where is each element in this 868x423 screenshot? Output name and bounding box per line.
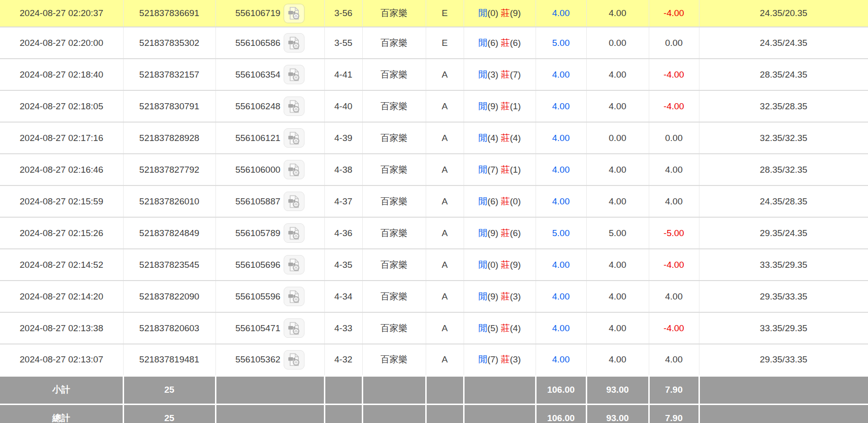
video-replay-icon[interactable]: [284, 128, 304, 148]
banker-score: (6): [510, 228, 521, 238]
table-row[interactable]: 2024-08-27 02:20:37521837836691556106719…: [0, 0, 868, 27]
total-valid-total: 93.00: [586, 404, 649, 423]
time-cell: 2024-08-27 02:16:46: [0, 154, 123, 185]
total-empty-cell: [324, 404, 362, 423]
player-label: 閒: [478, 38, 487, 48]
time-cell: 2024-08-27 02:15:59: [0, 185, 123, 217]
game-name-cell: 百家樂: [362, 122, 426, 154]
game-name-cell: 百家樂: [362, 249, 426, 281]
valid-amount-cell: 4.00: [586, 90, 649, 122]
video-replay-icon[interactable]: [284, 350, 304, 370]
bet-amount-cell: 4.00: [536, 344, 586, 376]
result-cell: 閒(4) 莊(4): [464, 122, 536, 154]
valid-amount-cell: 4.00: [586, 59, 649, 90]
video-replay-icon[interactable]: [284, 97, 304, 116]
result-cell: 閒(6) 莊(0): [464, 185, 536, 217]
player-score: (5): [487, 323, 501, 333]
player-score: (6): [487, 196, 501, 206]
round-cell: 4-35: [324, 249, 362, 281]
subtotal-label: 小計: [0, 376, 123, 404]
video-replay-icon[interactable]: [284, 318, 304, 338]
player-label: 閒: [478, 323, 487, 333]
bet-amount-cell: 4.00: [536, 249, 586, 281]
video-replay-icon[interactable]: [284, 287, 304, 306]
valid-amount-cell: 5.00: [586, 217, 649, 249]
subtotal-empty-cell: [426, 376, 464, 404]
player-score: (9): [487, 291, 501, 301]
table-row[interactable]: 2024-08-27 02:15:26521837824849556105789…: [0, 217, 868, 249]
round-cell: 3-55: [324, 27, 362, 59]
table-row[interactable]: 2024-08-27 02:14:20521837822090556105596…: [0, 281, 868, 312]
table-row[interactable]: 2024-08-27 02:16:46521837827792556106000…: [0, 154, 868, 185]
table-row[interactable]: 2024-08-27 02:20:00521837835302556106586…: [0, 27, 868, 59]
video-replay-icon[interactable]: [284, 65, 304, 84]
bet-amount-cell: 5.00: [536, 217, 586, 249]
balance-cell: 29.35/33.35: [699, 344, 868, 376]
banker-label: 莊: [501, 196, 510, 206]
subtotal-valid-total: 93.00: [586, 376, 649, 404]
banker-label: 莊: [501, 38, 510, 48]
balance-cell: 29.35/24.35: [699, 217, 868, 249]
bet-id-cell: 521837836691: [123, 0, 215, 27]
table-code-cell: A: [426, 344, 464, 376]
subtotal-row: 小計 25 106.00 93.00 7.90: [0, 376, 868, 404]
bet-history-screen: 2024-08-27 02:20:37521837836691556106719…: [0, 0, 868, 423]
table-row[interactable]: 2024-08-27 02:18:05521837830791556106248…: [0, 90, 868, 122]
game-name-cell: 百家樂: [362, 27, 426, 59]
balance-cell: 32.35/32.35: [699, 122, 868, 154]
bet-amount-cell: 4.00: [536, 154, 586, 185]
game-name-cell: 百家樂: [362, 154, 426, 185]
subtotal-empty-cell: [362, 376, 426, 404]
video-replay-icon[interactable]: [284, 4, 304, 23]
video-replay-icon[interactable]: [284, 33, 304, 53]
time-cell: 2024-08-27 02:13:07: [0, 344, 123, 376]
result-cell: 閒(7) 莊(1): [464, 154, 536, 185]
video-replay-icon[interactable]: [284, 223, 304, 243]
game-name-cell: 百家樂: [362, 59, 426, 90]
banker-score: (1): [510, 165, 521, 175]
time-cell: 2024-08-27 02:20:00: [0, 27, 123, 59]
game-id-text: 556106000: [235, 165, 280, 175]
game-id-cell: 556105789: [215, 217, 324, 249]
game-id-cell: 556106248: [215, 90, 324, 122]
bet-id-cell: 521837835302: [123, 27, 215, 59]
video-replay-icon[interactable]: [284, 192, 304, 211]
player-score: (0): [487, 260, 501, 270]
win-loss-cell: -4.00: [649, 249, 699, 281]
total-empty-cell: [362, 404, 426, 423]
bet-history-table: 2024-08-27 02:20:37521837836691556106719…: [0, 0, 868, 423]
game-id-text: 556105471: [235, 323, 280, 334]
table-row[interactable]: 2024-08-27 02:17:16521837828928556106121…: [0, 122, 868, 154]
table-code-cell: A: [426, 249, 464, 281]
win-loss-cell: 0.00: [649, 122, 699, 154]
win-loss-cell: -4.00: [649, 0, 699, 27]
table-row[interactable]: 2024-08-27 02:18:40521837832157556106354…: [0, 59, 868, 90]
balance-cell: 29.35/33.35: [699, 281, 868, 312]
player-label: 閒: [478, 228, 487, 238]
game-id-cell: 556106719: [215, 0, 324, 27]
win-loss-cell: 4.00: [649, 344, 699, 376]
banker-label: 莊: [501, 101, 510, 111]
video-replay-icon[interactable]: [284, 255, 304, 274]
table-row[interactable]: 2024-08-27 02:14:52521837823545556105696…: [0, 249, 868, 281]
total-empty-cell: [215, 404, 324, 423]
table-row[interactable]: 2024-08-27 02:13:38521837820603556105471…: [0, 312, 868, 344]
game-id-text: 556105789: [235, 228, 280, 238]
round-cell: 4-38: [324, 154, 362, 185]
table-row[interactable]: 2024-08-27 02:15:59521837826010556105887…: [0, 185, 868, 217]
player-label: 閒: [478, 196, 487, 206]
balance-cell: 28.35/24.35: [699, 59, 868, 90]
win-loss-cell: 4.00: [649, 281, 699, 312]
bet-amount-cell: 4.00: [536, 90, 586, 122]
round-cell: 4-36: [324, 217, 362, 249]
result-cell: 閒(9) 莊(6): [464, 217, 536, 249]
total-empty-cell: [699, 404, 868, 423]
total-row: 總計 25 106.00 93.00 7.90: [0, 404, 868, 423]
banker-score: (9): [510, 8, 521, 18]
bet-amount-cell: 5.00: [536, 27, 586, 59]
table-row[interactable]: 2024-08-27 02:13:07521837819481556105362…: [0, 344, 868, 376]
video-replay-icon[interactable]: [284, 160, 304, 179]
time-cell: 2024-08-27 02:20:37: [0, 0, 123, 27]
win-loss-cell: -4.00: [649, 312, 699, 344]
balance-cell: 24.35/28.35: [699, 185, 868, 217]
